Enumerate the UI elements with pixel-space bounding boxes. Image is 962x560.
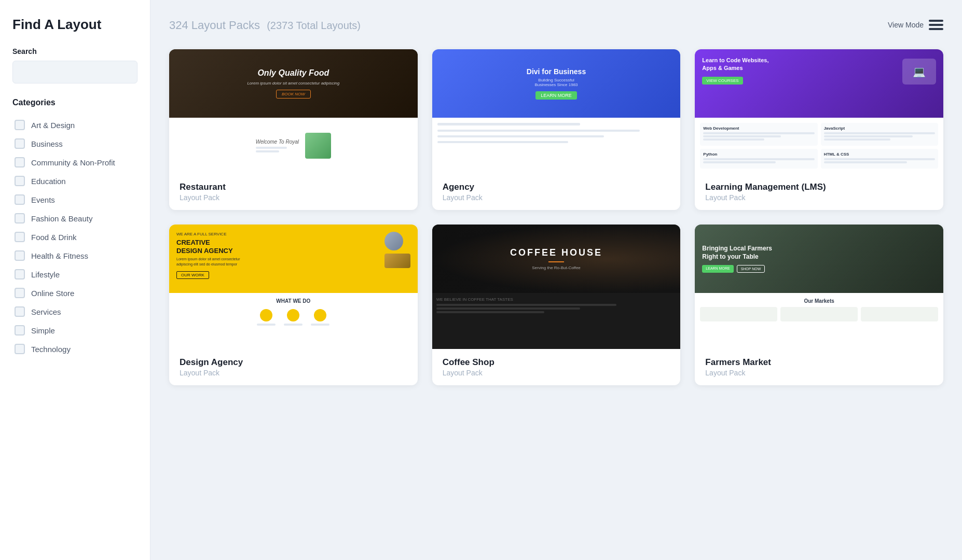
category-name-lifestyle: Lifestyle: [31, 270, 60, 279]
card-type-coffee-shop: Layout Pack: [443, 369, 670, 377]
card-name-restaurant: Restaurant: [180, 182, 407, 192]
view-mode-icon: [929, 19, 943, 31]
category-name-business: Business: [31, 139, 63, 148]
view-mode-control[interactable]: View Mode: [888, 19, 943, 31]
category-checkbox-fashion-beauty[interactable]: [15, 213, 25, 223]
category-item-simple[interactable]: Simple: [12, 321, 138, 340]
layout-count: 324 Layout Packs (2373 Total Layouts): [169, 17, 361, 32]
category-item-health-fitness[interactable]: Health & Fitness: [12, 246, 138, 265]
sidebar-title: Find A Layout: [12, 17, 138, 33]
card-type-lms: Layout Pack: [705, 193, 933, 202]
card-info-farmers-market: Farmers Market Layout Pack: [695, 349, 943, 385]
search-input[interactable]: [12, 61, 138, 83]
category-name-fashion-beauty: Fashion & Beauty: [31, 214, 92, 223]
category-item-events[interactable]: Events: [12, 190, 138, 209]
category-name-events: Events: [31, 195, 55, 204]
category-name-art-design: Art & Design: [31, 121, 75, 130]
count-total: (2373 Total Layouts): [267, 20, 361, 31]
category-name-food-drink: Food & Drink: [31, 233, 77, 242]
layout-card-farmers-market[interactable]: Bringing Local FarmersRight to your Tabl…: [695, 225, 943, 385]
card-info-design-agency: Design Agency Layout Pack: [169, 349, 418, 385]
card-preview-coffee: Coffee House Serving the Ro-But-Coffee W…: [432, 225, 681, 349]
sidebar: Find A Layout Search Categories Art & De…: [0, 0, 150, 560]
main-header: 324 Layout Packs (2373 Total Layouts) Vi…: [169, 17, 943, 33]
card-preview-farmers: Bringing Local FarmersRight to your Tabl…: [695, 225, 943, 349]
view-mode-label: View Mode: [888, 21, 924, 29]
app-container: Find A Layout Search Categories Art & De…: [0, 0, 962, 560]
category-item-services[interactable]: Services: [12, 302, 138, 321]
category-checkbox-health-fitness[interactable]: [15, 250, 25, 261]
layout-card-coffee-shop[interactable]: Coffee House Serving the Ro-But-Coffee W…: [432, 225, 681, 385]
category-item-community[interactable]: Community & Non-Profit: [12, 153, 138, 172]
card-name-lms: Learning Management (LMS): [705, 182, 933, 192]
card-preview-lms: Learn to Code Websites,Apps & Games VIEW…: [695, 49, 943, 174]
category-checkbox-food-drink[interactable]: [15, 232, 25, 242]
card-name-farmers-market: Farmers Market: [705, 357, 933, 368]
search-label: Search: [12, 47, 138, 55]
category-checkbox-technology[interactable]: [15, 344, 25, 354]
category-item-online-store[interactable]: Online Store: [12, 284, 138, 302]
category-checkbox-lifestyle[interactable]: [15, 269, 25, 279]
category-item-technology[interactable]: Technology: [12, 340, 138, 358]
category-name-simple: Simple: [31, 326, 55, 335]
card-type-restaurant: Layout Pack: [180, 193, 407, 202]
card-info-agency: Agency Layout Pack: [432, 174, 681, 210]
card-info-coffee-shop: Coffee Shop Layout Pack: [432, 349, 681, 385]
category-name-education: Education: [31, 177, 66, 186]
layout-grid: Only Quality Food Lorem ipsum dolor sit …: [169, 49, 943, 385]
card-info-restaurant: Restaurant Layout Pack: [169, 174, 418, 210]
category-name-health-fitness: Health & Fitness: [31, 251, 88, 260]
category-checkbox-online-store[interactable]: [15, 288, 25, 298]
category-checkbox-simple[interactable]: [15, 325, 25, 335]
category-item-education[interactable]: Education: [12, 172, 138, 190]
categories-list: Art & Design Business Community & Non-Pr…: [12, 116, 138, 358]
category-checkbox-business[interactable]: [15, 138, 25, 149]
category-item-lifestyle[interactable]: Lifestyle: [12, 265, 138, 284]
category-checkbox-education[interactable]: [15, 176, 25, 186]
category-item-food-drink[interactable]: Food & Drink: [12, 228, 138, 246]
layout-card-design-agency[interactable]: WE ARE A FULL SERVICE CreativeDesign Age…: [169, 225, 418, 385]
preview-restaurant-text: Only Quality Food Lorem ipsum dolor sit …: [247, 68, 339, 99]
card-preview-design: WE ARE A FULL SERVICE CreativeDesign Age…: [169, 225, 418, 349]
layout-card-lms[interactable]: Learn to Code Websites,Apps & Games VIEW…: [695, 49, 943, 210]
card-name-coffee-shop: Coffee Shop: [443, 357, 670, 368]
category-checkbox-art-design[interactable]: [15, 120, 25, 130]
card-type-design-agency: Layout Pack: [180, 369, 407, 377]
card-info-lms: Learning Management (LMS) Layout Pack: [695, 174, 943, 210]
category-name-community: Community & Non-Profit: [31, 158, 115, 167]
card-name-agency: Agency: [443, 182, 670, 192]
layout-count-container: 324 Layout Packs (2373 Total Layouts): [169, 17, 361, 33]
category-name-online-store: Online Store: [31, 289, 74, 298]
card-type-farmers-market: Layout Pack: [705, 369, 933, 377]
category-name-technology: Technology: [31, 345, 71, 354]
layout-card-restaurant[interactable]: Only Quality Food Lorem ipsum dolor sit …: [169, 49, 418, 210]
card-type-agency: Layout Pack: [443, 193, 670, 202]
category-item-art-design[interactable]: Art & Design: [12, 116, 138, 134]
card-name-design-agency: Design Agency: [180, 357, 407, 368]
layout-card-agency[interactable]: Divi for Business Building SuccessfulBus…: [432, 49, 681, 210]
category-checkbox-community[interactable]: [15, 157, 25, 167]
card-preview-agency: Divi for Business Building SuccessfulBus…: [432, 49, 681, 174]
categories-label: Categories: [12, 98, 138, 107]
main-content: 324 Layout Packs (2373 Total Layouts) Vi…: [150, 0, 962, 560]
category-checkbox-events[interactable]: [15, 194, 25, 205]
category-name-services: Services: [31, 307, 61, 316]
category-item-business[interactable]: Business: [12, 134, 138, 153]
card-preview-restaurant: Only Quality Food Lorem ipsum dolor sit …: [169, 49, 418, 174]
count-number: 324 Layout Packs: [169, 19, 260, 32]
category-item-fashion-beauty[interactable]: Fashion & Beauty: [12, 209, 138, 228]
category-checkbox-services[interactable]: [15, 306, 25, 317]
